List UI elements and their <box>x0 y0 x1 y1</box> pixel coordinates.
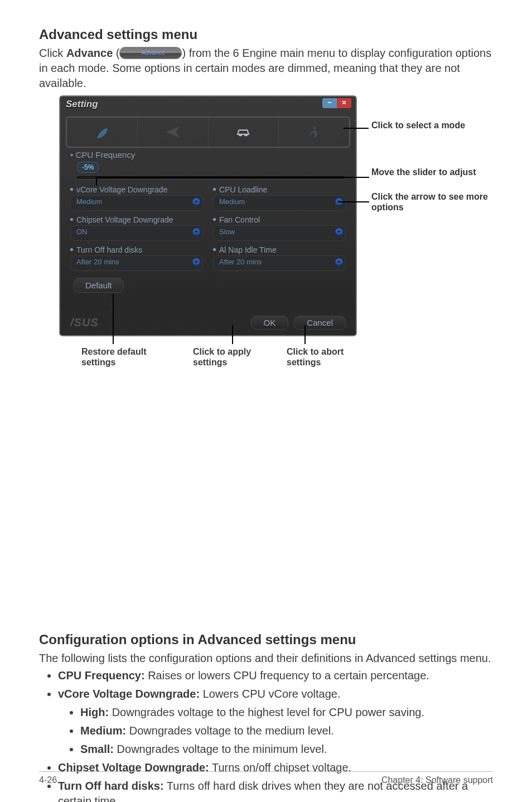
chipset-select[interactable]: ON <box>70 225 203 241</box>
plane-icon <box>165 124 181 141</box>
bullet-vcore-small: Small: Downgrades voltage to the minimum… <box>80 742 493 757</box>
turnoff-select[interactable]: After 20 mins <box>70 255 203 271</box>
cpu-frequency-label: • CPU Frequency <box>70 150 356 160</box>
heading-advanced-settings: Advanced settings menu <box>39 27 493 42</box>
bullet-vcore: vCore Voltage Downgrade: Lowers CPU vCor… <box>58 687 493 757</box>
callout-click-arrow: Click the arrow to see more options <box>371 191 494 212</box>
caption-restore: Restore default settings <box>81 346 165 368</box>
mode-tab-leaf[interactable] <box>67 118 138 147</box>
close-button[interactable]: × <box>337 98 351 108</box>
chevron-down-icon[interactable] <box>192 228 200 236</box>
slider-value: -5% <box>77 162 99 173</box>
bullet-vcore-medium: Medium: Downgrades voltage to the medium… <box>80 723 493 738</box>
titlebar: Setting − × <box>60 96 356 113</box>
callout-select-mode: Click to select a mode <box>371 120 465 131</box>
fan-label: Fan Control <box>213 215 346 224</box>
bullet-cpu-freq: CPU Frequency: Raises or lowers CPU freq… <box>58 668 493 683</box>
heading-configuration-options: Configuration options in Advanced settin… <box>39 632 493 648</box>
vcore-select[interactable]: Medium <box>70 195 203 211</box>
settings-dialog: Setting − × <box>59 95 357 336</box>
loadline-select[interactable]: Medium <box>213 195 346 211</box>
caption-abort: Click to abort settings <box>287 346 365 368</box>
chevron-down-icon[interactable] <box>192 258 200 266</box>
run-icon <box>306 124 322 141</box>
chevron-down-icon[interactable] <box>192 198 200 206</box>
advance-chip-icon: Advance <box>119 47 182 59</box>
intro-text: Click <box>39 47 66 59</box>
intro-paragraph: Click Advance (Advance) from the 6 Engin… <box>39 46 493 91</box>
dialog-title: Setting <box>60 96 104 112</box>
car-icon <box>235 124 252 141</box>
leaf-icon <box>94 124 110 141</box>
chevron-down-icon[interactable] <box>335 228 343 236</box>
mode-tab-car[interactable] <box>209 118 279 147</box>
alnap-label: Al Nap Idle Time <box>213 245 346 254</box>
bullet-vcore-high: High: Downgrades voltage to the highest … <box>80 705 493 720</box>
mode-tab-run[interactable] <box>279 118 349 147</box>
ok-button[interactable]: OK <box>251 316 289 330</box>
fan-select[interactable]: Slow <box>213 225 346 241</box>
cancel-button[interactable]: Cancel <box>294 316 346 330</box>
alnap-select[interactable]: After 20 mins <box>213 255 346 271</box>
chevron-down-icon[interactable] <box>335 258 343 266</box>
loadline-label: CPU Loadline <box>213 185 346 194</box>
caption-apply: Click to apply settings <box>193 346 271 368</box>
mode-tab-plane[interactable] <box>138 118 209 147</box>
mode-selector <box>66 117 350 148</box>
intro-advance-word: Advance <box>66 47 113 59</box>
minimize-button[interactable]: − <box>322 98 337 108</box>
chipset-label: Chipset Voltage Downgrade <box>70 215 203 224</box>
page-footer: 4-26 Chapter 4: Software support <box>39 771 493 785</box>
callout-move-slider: Move the slider to adjust <box>371 167 476 177</box>
turnoff-label: Turn Off hard disks <box>70 245 203 254</box>
intro2-paragraph: The following lists the configuration op… <box>39 651 493 666</box>
vcore-label: vCore Voltage Downgrade <box>70 185 203 194</box>
page-number: 4-26 <box>39 775 57 785</box>
chapter-label: Chapter 4: Software support <box>381 775 493 785</box>
brand-logo: /SUS <box>70 316 99 329</box>
default-button[interactable]: Default <box>74 278 124 293</box>
